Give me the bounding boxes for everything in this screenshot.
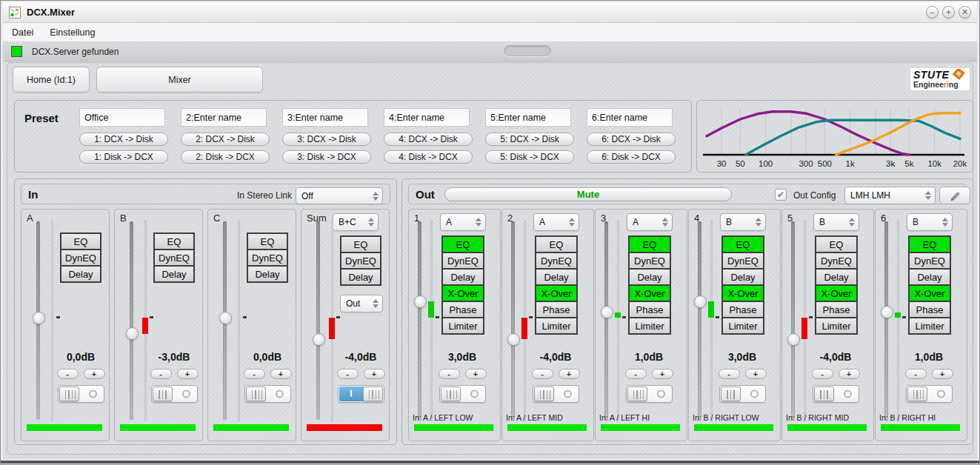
preset-name-input[interactable] (485, 108, 571, 127)
proc-button-delay[interactable]: Delay (60, 265, 101, 283)
preset-save-button[interactable]: 2: DCX -> Disk (181, 133, 270, 146)
mute-switch[interactable] (906, 385, 953, 403)
proc-button-x-over[interactable]: X-Over (628, 284, 671, 302)
menu-datei[interactable]: Datei (12, 27, 33, 38)
switch-thumb[interactable] (363, 387, 383, 401)
channel-source-select[interactable]: A (440, 213, 486, 231)
proc-button-delay[interactable]: Delay (153, 265, 195, 283)
gain-decrease-button[interactable]: - (439, 369, 460, 379)
proc-button-x-over[interactable]: X-Over (908, 284, 951, 302)
gain-decrease-button[interactable]: - (57, 369, 79, 379)
preset-load-button[interactable]: 2: Disk -> DCX (181, 150, 270, 164)
fader-thumb[interactable] (219, 312, 232, 324)
preset-save-button[interactable]: 5: DCX -> Disk (485, 133, 574, 146)
preset-load-button[interactable]: 5: Disk -> DCX (485, 150, 574, 164)
fader-thumb[interactable] (126, 327, 139, 340)
fader-thumb[interactable] (33, 312, 45, 324)
proc-button-phase[interactable]: Phase (815, 301, 858, 318)
preset-name-input[interactable] (587, 108, 673, 127)
switch-thumb[interactable] (814, 387, 834, 401)
fader-thumb[interactable] (414, 295, 427, 308)
gain-decrease-button[interactable]: - (337, 369, 359, 379)
gain-increase-button[interactable]: + (932, 369, 953, 379)
switch-thumb[interactable] (153, 387, 173, 401)
proc-button-x-over[interactable]: X-Over (441, 284, 484, 302)
switch-thumb[interactable] (907, 387, 927, 401)
gain-increase-button[interactable]: + (465, 369, 487, 379)
channel-source-select[interactable]: B (720, 213, 766, 231)
mute-switch[interactable] (626, 385, 673, 403)
preset-load-button[interactable]: 6: Disk -> DCX (587, 150, 676, 164)
gain-decrease-button[interactable]: - (905, 369, 927, 379)
channel-source-select[interactable]: A (533, 213, 579, 231)
preset-name-input[interactable] (282, 108, 368, 127)
preset-load-button[interactable]: 3: Disk -> DCX (282, 150, 371, 164)
out-config-checkbox[interactable]: ✔ (775, 189, 787, 201)
mute-switch[interactable] (439, 385, 486, 403)
proc-button-eq[interactable]: EQ (60, 232, 101, 250)
preset-save-button[interactable]: 3: DCX -> Disk (282, 133, 371, 146)
proc-button-dyneq[interactable]: DynEQ (815, 252, 858, 270)
proc-button-delay[interactable]: Delay (340, 268, 381, 286)
switch-thumb[interactable] (246, 387, 266, 401)
gain-decrease-button[interactable]: - (812, 369, 833, 379)
proc-button-phase[interactable]: Phase (721, 301, 764, 318)
proc-button-phase[interactable]: Phase (628, 301, 671, 318)
tab-home[interactable]: Home (Id:1) (13, 67, 90, 93)
proc-button-eq[interactable]: EQ (340, 235, 381, 253)
minimize-button[interactable]: – (926, 6, 939, 19)
switch-thumb[interactable] (534, 387, 554, 401)
mute-button[interactable]: Mute (444, 187, 732, 201)
proc-button-limiter[interactable]: Limiter (441, 317, 484, 335)
switch-thumb[interactable] (441, 387, 461, 401)
gain-increase-button[interactable]: + (270, 369, 292, 379)
gain-decrease-button[interactable]: - (150, 369, 172, 379)
gain-decrease-button[interactable]: - (532, 369, 553, 379)
proc-button-phase[interactable]: Phase (441, 301, 484, 318)
proc-button-eq[interactable]: EQ (247, 232, 288, 250)
preset-save-button[interactable]: 4: DCX -> Disk (384, 133, 473, 146)
proc-button-eq[interactable]: EQ (908, 235, 951, 253)
stereo-link-select[interactable]: Off (296, 187, 383, 204)
proc-button-limiter[interactable]: Limiter (535, 317, 578, 335)
fader-thumb[interactable] (881, 306, 893, 318)
preset-load-button[interactable]: 1: Disk -> DCX (79, 150, 168, 164)
gain-increase-button[interactable]: + (652, 369, 673, 379)
proc-button-x-over[interactable]: X-Over (535, 284, 578, 302)
proc-button-delay[interactable]: Delay (535, 268, 578, 286)
preset-save-button[interactable]: 6: DCX -> Disk (587, 133, 676, 146)
proc-button-dyneq[interactable]: DynEQ (441, 252, 484, 270)
proc-button-limiter[interactable]: Limiter (628, 317, 671, 335)
mute-switch[interactable] (533, 385, 579, 403)
channel-source-select[interactable]: B (907, 213, 953, 231)
proc-button-eq[interactable]: EQ (441, 235, 484, 253)
preset-name-input[interactable] (79, 108, 165, 127)
proc-button-dyneq[interactable]: DynEQ (153, 249, 195, 267)
proc-button-delay[interactable]: Delay (908, 268, 951, 286)
proc-button-delay[interactable]: Delay (628, 268, 671, 286)
proc-button-eq[interactable]: EQ (721, 235, 764, 253)
gain-decrease-button[interactable]: - (625, 369, 647, 379)
proc-button-eq[interactable]: EQ (535, 235, 578, 253)
proc-button-eq[interactable]: EQ (628, 235, 671, 253)
proc-button-limiter[interactable]: Limiter (908, 317, 951, 335)
proc-button-phase[interactable]: Phase (908, 301, 951, 318)
proc-button-delay[interactable]: Delay (247, 265, 288, 283)
menu-einstellung[interactable]: Einstellung (50, 27, 95, 38)
mute-switch[interactable] (719, 385, 766, 403)
mute-switch[interactable] (244, 385, 291, 403)
switch-thumb[interactable] (721, 387, 741, 401)
proc-button-eq[interactable]: EQ (815, 235, 858, 253)
proc-button-eq[interactable]: EQ (153, 232, 195, 250)
fader-thumb[interactable] (313, 333, 325, 346)
proc-button-delay[interactable]: Delay (721, 268, 764, 286)
maximize-button[interactable]: + (942, 6, 955, 19)
fader-thumb[interactable] (601, 306, 613, 318)
mute-switch[interactable]: I (338, 385, 384, 403)
gain-increase-button[interactable]: + (177, 369, 199, 379)
fader-thumb[interactable] (694, 295, 707, 308)
gain-increase-button[interactable]: + (745, 369, 767, 379)
close-button[interactable]: ✕ (959, 6, 971, 19)
proc-button-dyneq[interactable]: DynEQ (340, 252, 381, 270)
fader-thumb[interactable] (507, 333, 520, 346)
